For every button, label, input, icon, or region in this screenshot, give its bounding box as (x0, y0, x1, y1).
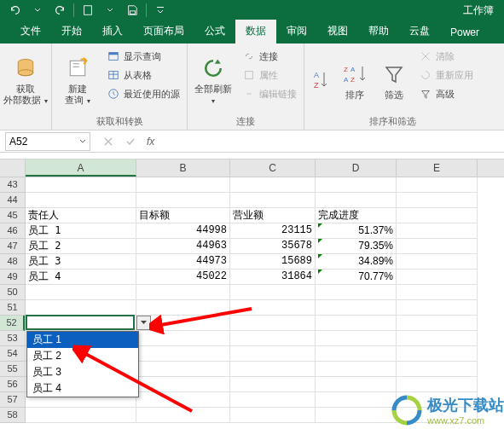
row-header[interactable]: 51 (0, 300, 25, 316)
data-validation-dropdown-handle[interactable] (136, 316, 151, 330)
qat-dropdown-2[interactable] (100, 2, 120, 19)
tab-layout[interactable]: 页面布局 (133, 20, 194, 43)
cell[interactable] (316, 300, 397, 316)
cell[interactable] (316, 177, 397, 193)
cell[interactable] (397, 285, 478, 300)
cell[interactable] (316, 331, 397, 346)
column-header[interactable]: B (136, 159, 230, 177)
name-box[interactable] (5, 132, 90, 151)
cell[interactable] (136, 285, 230, 300)
column-header[interactable]: E (397, 159, 478, 177)
cell[interactable] (316, 346, 397, 362)
cell[interactable] (397, 300, 478, 316)
cell[interactable] (397, 223, 478, 239)
cell[interactable] (26, 300, 136, 316)
tab-help[interactable]: 帮助 (358, 20, 399, 43)
new-button[interactable] (78, 2, 98, 19)
row-header[interactable]: 49 (0, 270, 25, 285)
cell[interactable] (26, 408, 136, 423)
row-header[interactable]: 44 (0, 193, 25, 208)
cell[interactable]: 44963 (136, 239, 230, 254)
cell[interactable] (397, 254, 478, 270)
cell[interactable]: 15689 (230, 254, 316, 270)
tab-file[interactable]: 文件 (10, 20, 51, 43)
row-header[interactable]: 57 (0, 392, 25, 408)
cell[interactable] (230, 285, 316, 300)
cell[interactable] (230, 377, 316, 392)
tab-home[interactable]: 开始 (51, 20, 92, 43)
cell[interactable] (316, 193, 397, 208)
cell[interactable] (26, 177, 136, 193)
cell[interactable] (230, 408, 316, 423)
tab-formulas[interactable]: 公式 (194, 20, 235, 43)
refresh-all-button[interactable]: 全部刷新▾ (191, 47, 235, 113)
cell[interactable]: 51.37% (316, 223, 397, 239)
tab-power[interactable]: Power (440, 22, 490, 43)
row-header[interactable]: 54 (0, 346, 25, 362)
row-header[interactable]: 52 (0, 316, 25, 331)
cell[interactable] (136, 177, 230, 193)
cell[interactable] (230, 316, 316, 331)
cell[interactable]: 70.77% (316, 270, 397, 285)
cell[interactable]: 员工 3 (26, 254, 136, 270)
cell[interactable]: 79.35% (316, 239, 397, 254)
dropdown-item[interactable]: 员工 4 (27, 380, 138, 397)
cell[interactable]: 营业额 (230, 208, 316, 223)
cell[interactable]: 31864 (230, 270, 316, 285)
cell[interactable] (397, 270, 478, 285)
cell[interactable]: 员工 1 (26, 223, 136, 239)
tab-cloud[interactable]: 云盘 (399, 20, 440, 43)
cell[interactable] (136, 377, 230, 392)
cell[interactable] (230, 193, 316, 208)
qat-customize[interactable] (150, 2, 171, 19)
cell[interactable] (136, 193, 230, 208)
cell[interactable] (136, 408, 230, 423)
cell[interactable] (230, 392, 316, 408)
qat-dropdown[interactable] (27, 2, 48, 19)
clear-button[interactable]: 清除 (415, 47, 477, 66)
cell[interactable] (397, 377, 478, 392)
select-all-triangle[interactable] (0, 159, 26, 177)
cell[interactable] (316, 377, 397, 392)
new-query-button[interactable]: 新建 查询 ▾ (55, 47, 100, 113)
redo-button[interactable] (49, 2, 70, 19)
reapply-button[interactable]: 重新应用 (415, 66, 477, 84)
row-header[interactable]: 55 (0, 362, 25, 377)
properties-button[interactable]: 属性 (239, 66, 300, 84)
cell[interactable] (397, 239, 478, 254)
cell[interactable]: 目标额 (136, 208, 230, 223)
cell[interactable] (397, 316, 478, 331)
tab-insert[interactable]: 插入 (92, 20, 133, 43)
tab-data[interactable]: 数据 (235, 20, 276, 43)
cell[interactable] (316, 362, 397, 377)
edit-links-button[interactable]: 编辑链接 (239, 84, 300, 103)
formula-cancel-button[interactable] (97, 132, 119, 151)
cell[interactable]: 35678 (230, 239, 316, 254)
cell[interactable] (230, 177, 316, 193)
dropdown-item[interactable]: 员工 1 (27, 332, 138, 348)
cell[interactable] (230, 346, 316, 362)
cell[interactable] (26, 316, 136, 331)
cell[interactable] (136, 362, 230, 377)
cell[interactable] (26, 285, 136, 300)
cell[interactable] (397, 362, 478, 377)
advanced-button[interactable]: 高级 (415, 84, 477, 103)
dropdown-item[interactable]: 员工 3 (27, 364, 138, 380)
cell[interactable] (230, 331, 316, 346)
fx-label[interactable]: fx (147, 136, 154, 148)
row-header[interactable]: 48 (0, 254, 25, 270)
cell[interactable] (136, 331, 230, 346)
cell[interactable]: 44973 (136, 254, 230, 270)
cell[interactable] (316, 392, 397, 408)
cell[interactable] (316, 316, 397, 331)
row-header[interactable]: 50 (0, 285, 25, 300)
sort-az-button[interactable]: AZ (308, 47, 333, 113)
cell[interactable]: 44998 (136, 223, 230, 239)
cell[interactable] (26, 193, 136, 208)
name-box-input[interactable] (9, 136, 69, 148)
cell[interactable] (397, 208, 478, 223)
tab-view[interactable]: 视图 (317, 20, 358, 43)
connections-button[interactable]: 连接 (239, 47, 300, 66)
dropdown-item[interactable]: 员工 2 (27, 348, 138, 364)
cell[interactable] (230, 362, 316, 377)
